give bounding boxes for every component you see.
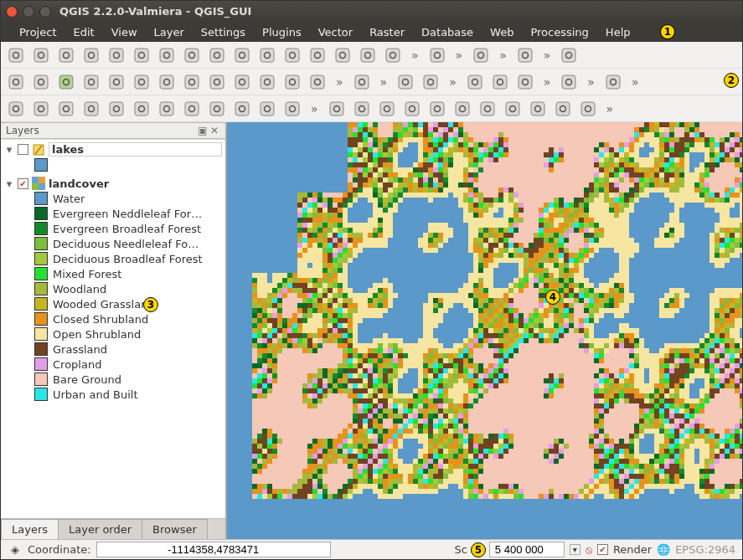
menu-web[interactable]: Web xyxy=(482,24,522,40)
menu-edit[interactable]: Edit xyxy=(64,24,102,40)
overflow-icon[interactable]: » xyxy=(584,75,598,89)
undo-icon[interactable] xyxy=(257,99,277,119)
sql-icon[interactable] xyxy=(427,45,447,65)
zoom-native-icon[interactable] xyxy=(106,72,126,92)
window-maximize-button[interactable] xyxy=(39,6,51,18)
overflow-icon[interactable]: » xyxy=(446,75,460,89)
add-layer-icon[interactable] xyxy=(257,45,277,65)
panel-close-icon[interactable]: ✕ xyxy=(209,125,220,136)
globe-icon[interactable] xyxy=(333,45,353,65)
zoom-next-icon[interactable] xyxy=(232,72,252,92)
vertex-icon[interactable] xyxy=(157,99,177,119)
abc-icon[interactable] xyxy=(515,45,535,65)
overflow-icon[interactable]: » xyxy=(452,49,467,62)
poly-cut-icon[interactable] xyxy=(402,99,422,119)
legend-row[interactable]: Deciduous Broadleaf Forest xyxy=(34,251,224,266)
poly-merge-icon[interactable] xyxy=(503,99,523,119)
warp-icon[interactable] xyxy=(559,45,579,65)
redo-icon[interactable] xyxy=(282,99,302,119)
menu-layer[interactable]: Layer xyxy=(146,24,193,40)
save-as-icon[interactable] xyxy=(81,45,101,65)
grid-icon[interactable] xyxy=(182,45,202,65)
overflow-icon[interactable]: » xyxy=(628,75,642,89)
wcs-icon[interactable] xyxy=(358,45,378,65)
legend-row[interactable]: Closed Shrubland xyxy=(34,311,224,326)
new-icon[interactable] xyxy=(6,45,26,65)
overflow-icon[interactable]: » xyxy=(307,102,322,116)
poly-sub-icon[interactable] xyxy=(352,99,372,119)
refresh-icon[interactable] xyxy=(257,72,277,92)
zoom-last-icon[interactable] xyxy=(207,72,227,92)
layer-landcover-checkbox[interactable] xyxy=(18,178,28,189)
overflow-icon[interactable]: » xyxy=(603,102,617,116)
poly-diss-icon[interactable] xyxy=(578,99,598,119)
deselect-icon[interactable] xyxy=(395,72,415,92)
cut-icon[interactable] xyxy=(182,99,202,119)
menu-database[interactable]: Database xyxy=(413,24,482,40)
legend-row[interactable]: Deciduous Needleleaf Fo… xyxy=(34,236,224,251)
node-icon[interactable] xyxy=(81,99,101,119)
menu-view[interactable]: View xyxy=(103,24,146,40)
tip-icon[interactable] xyxy=(559,72,579,92)
caret-icon[interactable]: ▾ xyxy=(4,143,14,156)
wfs-icon[interactable] xyxy=(307,45,328,65)
select-rect-icon[interactable] xyxy=(352,72,372,92)
poly-merge2-icon[interactable] xyxy=(528,99,548,119)
window-close-button[interactable] xyxy=(6,6,18,18)
scale-dropdown-icon[interactable]: ▾ xyxy=(570,544,580,555)
paste-icon[interactable] xyxy=(232,99,252,119)
overflow-icon[interactable]: » xyxy=(540,75,555,89)
poly-add-icon[interactable] xyxy=(327,99,347,119)
wms-icon[interactable] xyxy=(282,45,302,65)
histogram-icon[interactable] xyxy=(471,45,491,65)
table-icon[interactable] xyxy=(465,72,485,92)
zoom-layer-icon[interactable] xyxy=(182,72,202,92)
overflow-icon[interactable]: » xyxy=(408,49,422,62)
measure-icon[interactable] xyxy=(515,72,535,92)
copy-icon[interactable] xyxy=(207,99,227,119)
caret-icon[interactable]: ▾ xyxy=(4,177,14,190)
zoom-out-icon[interactable] xyxy=(81,72,101,92)
poly-split-icon[interactable] xyxy=(477,99,498,119)
identify-icon[interactable] xyxy=(282,72,302,92)
legend-row[interactable]: Water xyxy=(34,191,224,206)
save-edits-icon[interactable] xyxy=(56,99,76,119)
overflow-icon[interactable]: » xyxy=(496,49,510,62)
overflow-icon[interactable]: » xyxy=(377,75,391,89)
layer-lakes-checkbox[interactable] xyxy=(18,144,28,155)
options-icon[interactable] xyxy=(490,72,510,92)
menu-plugins[interactable]: Plugins xyxy=(254,24,310,40)
zoom-full-icon[interactable] xyxy=(132,72,152,92)
add-vector-icon[interactable] xyxy=(157,45,177,65)
add-feature-icon[interactable] xyxy=(106,99,126,119)
legend-row[interactable]: Wooded Grassland xyxy=(34,296,224,311)
layer-lakes[interactable]: ▾ lakes xyxy=(3,141,224,157)
legend-row[interactable]: Grassland xyxy=(34,342,224,357)
comma-icon[interactable] xyxy=(383,45,403,65)
legend-row[interactable]: Open Shrubland xyxy=(34,326,224,342)
overflow-icon[interactable]: » xyxy=(540,49,555,62)
tab-layers[interactable]: Layers xyxy=(1,519,59,539)
scale-input[interactable] xyxy=(489,542,565,557)
menu-vector[interactable]: Vector xyxy=(310,24,361,40)
poly-int-icon[interactable] xyxy=(553,99,573,119)
menu-settings[interactable]: Settings xyxy=(193,24,254,40)
menu-processing[interactable]: Processing xyxy=(522,24,596,40)
menu-raster[interactable]: Raster xyxy=(361,24,413,40)
notes-icon[interactable] xyxy=(603,72,623,92)
poly-union-icon[interactable] xyxy=(377,99,397,119)
save-icon[interactable] xyxy=(56,45,76,65)
legend-row[interactable]: Woodland xyxy=(34,281,224,296)
poly-pt-icon[interactable] xyxy=(452,99,472,119)
legend-row[interactable]: Cropland xyxy=(34,357,224,372)
render-checkbox[interactable] xyxy=(597,544,608,555)
toggle-extents-icon[interactable]: ◈ xyxy=(8,543,23,556)
tab-layer-order[interactable]: Layer order xyxy=(58,519,142,539)
zoom-in-active-icon[interactable] xyxy=(56,72,76,92)
move-icon[interactable] xyxy=(132,99,152,119)
pencil-icon[interactable] xyxy=(232,45,252,65)
legend-row[interactable]: Urban and Built xyxy=(34,387,224,402)
zoom-selected-icon[interactable] xyxy=(157,72,177,92)
open-icon[interactable] xyxy=(31,45,51,65)
crs-icon[interactable]: 🌐 xyxy=(657,543,670,556)
